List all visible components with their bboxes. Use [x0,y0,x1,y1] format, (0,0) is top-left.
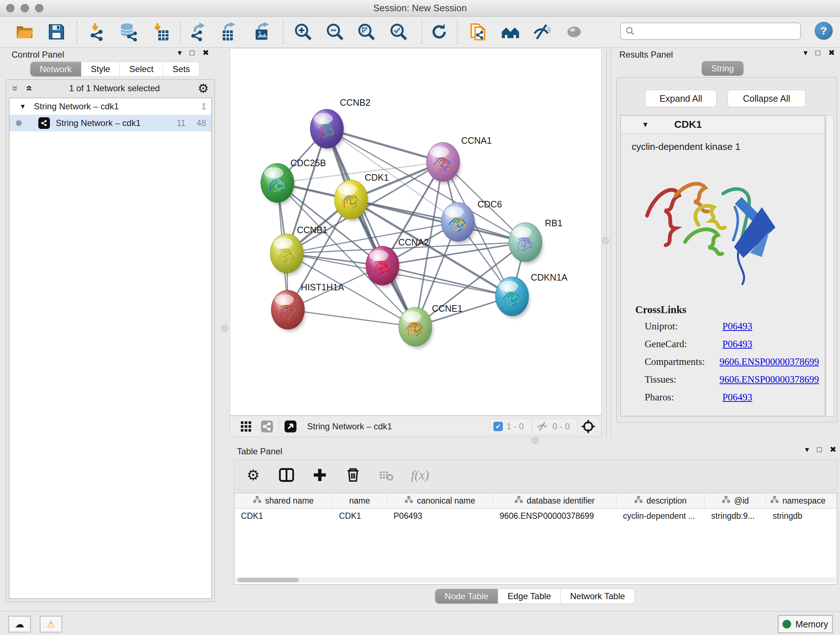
warnings-button[interactable]: ⚠ [40,616,62,632]
results-scrollbar[interactable] [826,115,834,416]
node-table[interactable]: shared name name canonical name database… [234,493,837,585]
tab-select[interactable]: Select [120,62,163,76]
zoom-in-button[interactable] [293,22,313,42]
tab-edge-table[interactable]: Edge Table [498,589,561,603]
duplicate-network-button[interactable] [468,22,488,42]
zoom-out-button[interactable] [325,22,345,42]
column-header-shared-name[interactable]: shared name [234,493,332,508]
eye-icon [565,22,584,41]
crosslink-link[interactable]: P06493 [722,321,752,332]
network-share-icon[interactable] [260,419,274,434]
column-header-namespace[interactable]: namespace [766,493,829,508]
column-header-canonical-name[interactable]: canonical name [387,493,493,508]
crosslink-link[interactable]: 9606.ENSP00000378699 [720,356,819,367]
apply-layout-button[interactable] [429,22,449,42]
panel-float-icon[interactable]: □ [189,48,194,57]
cell-canonical-name[interactable]: P06493 [387,509,493,523]
cell-name[interactable]: CDK1 [332,509,387,523]
zoom-out-icon [325,22,344,41]
left-splitter-handle[interactable] [221,325,228,332]
fit-selected-crosshair-icon[interactable] [581,419,595,434]
collapse-all-button[interactable]: Collapse All [728,90,806,107]
crosslink-link[interactable]: P06493 [722,339,752,350]
column-header-description[interactable]: description [616,493,705,508]
table-row[interactable]: CDK1 CDK1 P06493 9606.ENSP00000378699 cy… [234,509,837,523]
expand-all-button[interactable]: Expand All [645,90,717,107]
column-header-name[interactable]: name [332,493,387,508]
panel-float-icon[interactable]: □ [815,48,820,57]
first-neighbors-button[interactable] [500,22,521,42]
zoom-selected-button[interactable] [388,22,409,42]
panel-close-icon[interactable]: ✖ [202,48,209,57]
create-column-icon[interactable] [311,466,328,484]
section-expander-icon[interactable]: ▼ [642,120,649,129]
birds-eye-view-icon[interactable] [239,419,253,434]
selected-checkbox-icon[interactable]: ✔ [493,422,503,431]
crosslink-link[interactable]: P06493 [722,392,752,403]
panel-menu-icon[interactable]: ▾ [178,48,182,57]
table-horizontal-scrollbar[interactable] [235,577,836,583]
column-header-database-identifier[interactable]: database identifier [493,493,616,508]
bottom-splitter-handle[interactable] [532,437,538,444]
tab-node-table[interactable]: Node Table [435,589,498,603]
cloud-services-button[interactable]: ☁ [8,616,31,632]
tab-style[interactable]: Style [81,62,120,76]
tab-sets[interactable]: Sets [163,62,199,76]
network-canvas[interactable]: CCNB2CCNA1CDC25BCDK1CDC6RB1CCNB1CCNA2CDK… [230,48,602,416]
export-network-icon [189,22,208,41]
network-view-title: String Network – cdk1 [307,421,489,432]
minimize-window-icon[interactable] [21,4,29,12]
show-columns-icon[interactable] [278,466,295,484]
column-header-id[interactable]: @id [705,493,766,508]
open-session-button[interactable] [14,22,35,42]
panel-menu-icon[interactable]: ▾ [804,48,807,57]
cell-namespace[interactable]: stringdb [766,509,829,523]
cell-description[interactable]: cyclin-dependent ... [616,509,705,523]
cell-shared-name[interactable]: CDK1 [234,509,332,523]
right-splitter-handle[interactable] [602,237,609,244]
panel-close-icon[interactable]: ✖ [830,445,836,454]
memory-button[interactable]: Memory [778,615,833,633]
import-table-button[interactable] [150,22,171,42]
search-input[interactable] [635,26,792,36]
crosslink-link[interactable]: 9606.ENSP00000378699 [720,374,819,385]
show-all-button[interactable] [564,22,584,42]
network-options-gear-icon[interactable]: ⚙ [198,81,209,96]
tab-network[interactable]: Network [30,62,81,76]
tab-network-table[interactable]: Network Table [561,589,635,603]
collection-expander-icon[interactable]: ▼ [19,103,26,111]
cell-id[interactable]: stringdb:9... [705,509,766,523]
panel-float-icon[interactable]: □ [817,445,821,454]
expand-all-networks-icon[interactable]: » [10,86,21,92]
zoom-fit-button[interactable] [356,22,377,42]
import-network-button[interactable] [87,22,107,42]
export-network-button[interactable] [188,22,209,42]
export-view-icon[interactable] [283,419,298,434]
gene-section-header[interactable]: ▼ CDK1 [621,116,825,134]
network-row[interactable]: String Network – cdk1 11 48 [9,115,211,131]
collapse-all-networks-icon[interactable]: » [23,86,34,92]
network-collection-row[interactable]: ▼ String Network – cdk1 1 [9,98,211,115]
crosslink-label: Uniprot: [645,321,722,332]
panel-close-icon[interactable]: ✖ [829,48,835,57]
scrollbar-thumb[interactable] [237,578,299,582]
panel-menu-icon[interactable]: ▾ [805,445,809,454]
crosslink-label: GeneCard: [645,339,722,350]
hide-selected-button[interactable] [532,22,553,42]
export-table-button[interactable] [219,22,240,42]
tab-string[interactable]: String [702,61,744,76]
cell-database-identifier[interactable]: 9606.ENSP00000378699 [493,509,616,523]
check-icon: ✔ [495,423,501,431]
svg-text:CCNB1: CCNB1 [297,225,328,235]
save-session-button[interactable] [46,22,66,42]
toolbar-search[interactable] [620,22,801,40]
import-network-from-database-button[interactable] [118,22,139,42]
svg-text:RB1: RB1 [545,218,562,228]
table-options-gear-icon[interactable]: ⚙ [245,466,262,484]
zoom-window-icon[interactable] [35,4,43,12]
delete-column-icon[interactable] [344,466,362,484]
close-window-icon[interactable] [6,4,14,12]
help-button[interactable]: ? [815,22,833,40]
export-image-button[interactable] [252,22,272,42]
network-graph[interactable]: CCNB2CCNA1CDC25BCDK1CDC6RB1CCNB1CCNA2CDK… [230,49,601,415]
